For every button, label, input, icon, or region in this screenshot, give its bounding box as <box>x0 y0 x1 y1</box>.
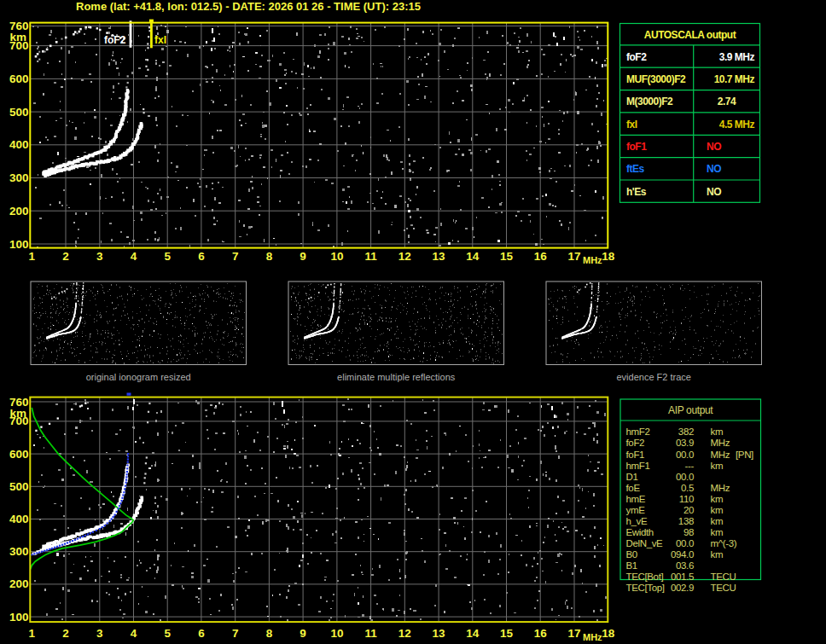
svg-text:2: 2 <box>62 250 69 263</box>
svg-text:1: 1 <box>29 250 36 263</box>
svg-text:fxI: fxI <box>154 34 166 46</box>
svg-text:100: 100 <box>9 611 29 624</box>
svg-text:03.6: 03.6 <box>676 560 694 571</box>
svg-text:Ewidth: Ewidth <box>626 527 654 537</box>
svg-text:TECU: TECU <box>711 583 736 593</box>
svg-text:hmE: hmE <box>626 494 646 504</box>
svg-text:hmF1: hmF1 <box>626 461 650 471</box>
svg-text:001.5: 001.5 <box>671 571 694 582</box>
svg-text:2: 2 <box>62 627 69 640</box>
svg-text:2.74: 2.74 <box>718 96 736 107</box>
svg-text:ymE: ymE <box>626 505 646 515</box>
svg-text:12: 12 <box>398 250 411 263</box>
svg-text:7: 7 <box>232 250 239 263</box>
svg-text:MHz: MHz <box>711 450 730 460</box>
svg-text:5: 5 <box>164 627 171 640</box>
svg-text:15: 15 <box>500 627 514 640</box>
svg-text:AUTOSCALA output: AUTOSCALA output <box>644 29 736 41</box>
svg-text:00.0: 00.0 <box>676 538 694 548</box>
svg-text:20: 20 <box>683 505 694 515</box>
svg-text:13: 13 <box>433 627 446 640</box>
svg-text:km: km <box>711 549 724 560</box>
svg-text:094.0: 094.0 <box>671 549 694 560</box>
svg-text:MHz: MHz <box>583 255 602 265</box>
svg-text:MHz: MHz <box>583 632 602 642</box>
svg-text:TEC[Bot]: TEC[Bot] <box>626 571 664 582</box>
svg-text:km: km <box>711 505 724 515</box>
svg-text:NO: NO <box>707 141 721 153</box>
svg-text:138: 138 <box>678 516 694 526</box>
svg-text:14: 14 <box>466 627 480 640</box>
svg-text:9: 9 <box>300 627 306 640</box>
svg-text:B1: B1 <box>626 560 637 571</box>
svg-text:500: 500 <box>9 480 29 493</box>
svg-text:8: 8 <box>266 627 273 640</box>
svg-text:foE: foE <box>626 483 641 493</box>
svg-text:MHz: MHz <box>711 483 730 493</box>
svg-text:h'Es: h'Es <box>626 186 647 198</box>
svg-text:hmF2: hmF2 <box>626 426 650 437</box>
svg-text:11: 11 <box>364 250 377 263</box>
svg-text:16: 16 <box>534 250 548 263</box>
svg-text:foF2: foF2 <box>626 438 645 448</box>
svg-text:00.0: 00.0 <box>676 472 694 482</box>
svg-text:m^(-3): m^(-3) <box>711 538 737 548</box>
svg-text:300: 300 <box>9 545 29 558</box>
svg-text:ftEs: ftEs <box>626 163 644 175</box>
svg-text:200: 200 <box>9 577 29 590</box>
svg-text:0.5: 0.5 <box>681 483 694 493</box>
svg-text:14: 14 <box>466 250 480 263</box>
svg-text:300: 300 <box>9 171 29 184</box>
svg-text:km: km <box>711 527 724 537</box>
svg-text:4: 4 <box>131 627 137 640</box>
svg-text:km: km <box>711 494 724 504</box>
svg-text:DelN_vE: DelN_vE <box>626 538 664 548</box>
svg-text:8: 8 <box>266 250 273 263</box>
svg-text:11: 11 <box>364 627 377 640</box>
svg-text:[PN]: [PN] <box>736 450 753 460</box>
svg-text:9: 9 <box>300 250 306 263</box>
svg-text:3: 3 <box>96 250 103 263</box>
svg-text:12: 12 <box>398 627 411 640</box>
svg-text:km: km <box>9 407 26 420</box>
svg-text:D1: D1 <box>626 472 638 482</box>
svg-text:km: km <box>711 426 724 437</box>
svg-text:foF1: foF1 <box>626 450 645 460</box>
svg-text:98: 98 <box>683 527 694 537</box>
svg-text:NO: NO <box>707 186 721 198</box>
svg-text:400: 400 <box>9 138 29 151</box>
svg-text:002.9: 002.9 <box>671 583 694 593</box>
svg-text:03.9: 03.9 <box>676 438 694 448</box>
svg-text:4: 4 <box>131 250 137 263</box>
svg-text:6: 6 <box>198 250 205 263</box>
svg-text:10: 10 <box>330 250 343 263</box>
svg-text:NO: NO <box>707 163 721 175</box>
svg-text:3.9 MHz: 3.9 MHz <box>719 51 755 63</box>
svg-text:00.0: 00.0 <box>676 450 694 460</box>
svg-text:17: 17 <box>567 250 580 263</box>
svg-text:MHz: MHz <box>711 438 730 448</box>
svg-text:km: km <box>9 31 26 44</box>
svg-text:16: 16 <box>534 627 548 640</box>
svg-text:eliminate multiple reflections: eliminate multiple reflections <box>337 372 456 382</box>
svg-text:382: 382 <box>678 426 694 437</box>
svg-text:110: 110 <box>679 494 694 504</box>
svg-text:M(3000)F2: M(3000)F2 <box>626 96 673 107</box>
svg-text:---: --- <box>685 461 695 471</box>
svg-text:h_vE: h_vE <box>626 516 648 526</box>
svg-text:13: 13 <box>433 250 446 263</box>
svg-text:km: km <box>711 461 724 471</box>
svg-text:evidence F2 trace: evidence F2 trace <box>616 372 690 382</box>
svg-text:TECU: TECU <box>711 571 736 582</box>
svg-text:18: 18 <box>602 627 615 640</box>
svg-text:500: 500 <box>9 106 29 119</box>
svg-text:18: 18 <box>602 250 615 263</box>
svg-text:B0: B0 <box>626 549 637 560</box>
svg-text:3: 3 <box>96 627 103 640</box>
svg-text:600: 600 <box>9 73 29 85</box>
svg-text:fxI: fxI <box>626 119 637 131</box>
svg-text:6: 6 <box>198 627 205 640</box>
svg-text:4.5 MHz: 4.5 MHz <box>719 119 755 131</box>
svg-text:17: 17 <box>567 627 580 640</box>
svg-text:1: 1 <box>29 627 36 640</box>
